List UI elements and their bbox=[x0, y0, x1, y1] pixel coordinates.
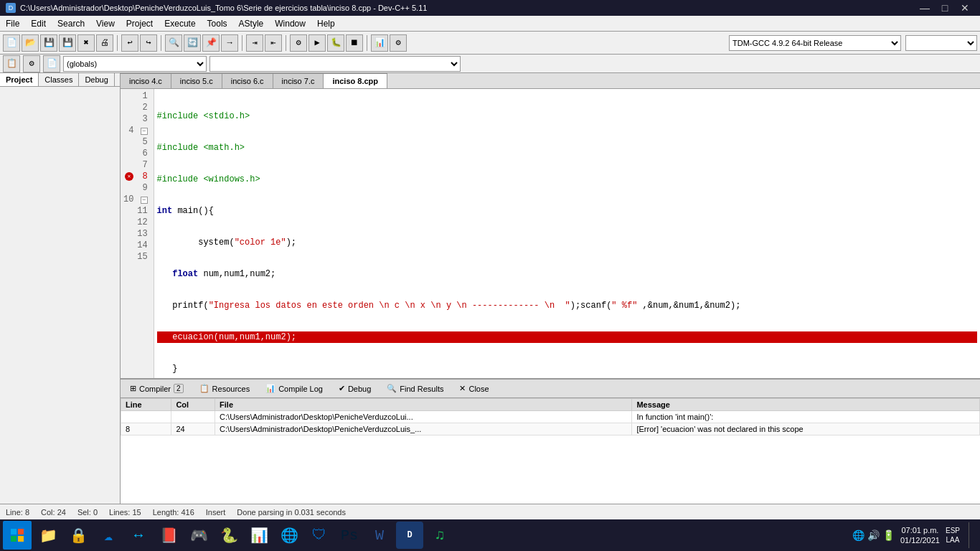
code-line-4: int main(){ bbox=[157, 205, 977, 217]
indent-button[interactable]: ⇥ bbox=[246, 34, 263, 52]
err-line-2: 8 bbox=[121, 423, 171, 435]
time: 07:01 p.m. bbox=[900, 525, 940, 535]
save-button[interactable]: 💾 bbox=[40, 34, 57, 52]
taskbar-snake[interactable]: 🐍 bbox=[215, 522, 242, 549]
taskbar: 📁 🔒 ☁ ↔ 📕 🎮 🐍 📊 🌐 🛡 Ps W D ♫ 🌐 🔊 🔋 07:01… bbox=[0, 519, 980, 551]
close-button[interactable]: ✕ bbox=[956, 0, 974, 16]
code-line-3: #include <windows.h> bbox=[157, 174, 977, 185]
tab-inciso6[interactable]: inciso 6.c bbox=[222, 73, 273, 88]
status-length: Length: 416 bbox=[153, 508, 194, 517]
run-button[interactable]: ▶ bbox=[308, 34, 326, 52]
taskbar-word[interactable]: W bbox=[366, 522, 393, 549]
scope-select[interactable]: (globals) bbox=[63, 56, 207, 72]
taskbar-security[interactable]: 🔒 bbox=[65, 522, 92, 549]
menu-tools[interactable]: Tools bbox=[202, 16, 233, 32]
compiler-select[interactable]: TDM-GCC 4.9.2 64-bit Release bbox=[729, 35, 901, 51]
tb2-btn2[interactable]: ⚙ bbox=[23, 55, 40, 72]
code-line-8: ecuacion(num,num1,num2); bbox=[157, 331, 977, 343]
left-tab-project[interactable]: Project bbox=[0, 73, 39, 86]
new-button[interactable]: 📄 bbox=[3, 34, 20, 52]
compile-button[interactable]: ⚙ bbox=[290, 34, 307, 52]
bottom-panel: ⊞ Compiler 2 📋 Resources 📊 Compile Log ✔ bbox=[121, 378, 980, 504]
config-select[interactable] bbox=[905, 35, 977, 51]
code-line-5: system("color 1e"); bbox=[157, 237, 977, 248]
taskbar-onedrive[interactable]: ☁ bbox=[95, 522, 122, 549]
unindent-button[interactable]: ⇤ bbox=[265, 34, 282, 52]
line-num-15: 15 bbox=[123, 251, 151, 263]
menu-window[interactable]: Window bbox=[269, 16, 311, 32]
editor[interactable]: 1 2 3 4 − 5 6 7 ✕ 8 9 10 − 11 12 13 bbox=[121, 89, 980, 378]
table-row: 8 24 C:\Users\Administrador\Desktop\Peni… bbox=[121, 423, 980, 435]
maximize-button[interactable]: □ bbox=[936, 0, 954, 16]
taskbar-arrow[interactable]: ↔ bbox=[125, 522, 152, 549]
date: 01/12/2021 bbox=[900, 535, 940, 545]
bottom-tab-close[interactable]: ✕ Close bbox=[453, 382, 495, 395]
show-desktop[interactable] bbox=[969, 522, 971, 548]
taskbar-chrome[interactable]: 🌐 bbox=[275, 522, 303, 549]
network-icon[interactable]: 🌐 bbox=[852, 529, 864, 541]
battery-icon[interactable]: 🔋 bbox=[882, 529, 895, 541]
line-num-2: 2 bbox=[123, 102, 151, 113]
menu-help[interactable]: Help bbox=[311, 16, 341, 32]
taskbar-explorer[interactable]: 📁 bbox=[34, 522, 62, 549]
tb2-btn3[interactable]: 📄 bbox=[43, 55, 60, 72]
collapse-10[interactable]: − bbox=[141, 197, 148, 204]
code-content[interactable]: #include <stdio.h> #include <math.h> #in… bbox=[154, 89, 980, 378]
tb2-btn1[interactable]: 📋 bbox=[3, 55, 20, 72]
redo-button[interactable]: ↪ bbox=[140, 34, 157, 52]
func-select[interactable] bbox=[209, 56, 461, 72]
bottom-tab-compilelog[interactable]: 📊 Compile Log bbox=[259, 382, 329, 395]
menu-edit[interactable]: Edit bbox=[25, 16, 52, 32]
line-num-9: 9 bbox=[123, 182, 151, 194]
close-file-button[interactable]: ✖ bbox=[77, 34, 95, 52]
left-tab-debug[interactable]: Debug bbox=[79, 73, 114, 86]
err-col-1 bbox=[171, 411, 215, 423]
svg-rect-0 bbox=[11, 529, 17, 534]
menu-view[interactable]: View bbox=[90, 16, 121, 32]
menu-astyle[interactable]: AStyle bbox=[233, 16, 270, 32]
separator5 bbox=[367, 35, 367, 51]
menu-execute[interactable]: Execute bbox=[159, 16, 201, 32]
undo-button[interactable]: ↩ bbox=[121, 34, 138, 52]
clock[interactable]: 07:01 p.m. 01/12/2021 bbox=[900, 525, 940, 546]
menu-project[interactable]: Project bbox=[121, 16, 159, 32]
find-button[interactable]: 🔍 bbox=[165, 34, 182, 52]
menu-search[interactable]: Search bbox=[52, 16, 90, 32]
bottom-tab-debug[interactable]: ✔ Debug bbox=[332, 382, 377, 395]
settings-button[interactable]: ⚙ bbox=[390, 34, 407, 52]
taskbar-devcpp[interactable]: D bbox=[396, 522, 423, 549]
collapse-4[interactable]: − bbox=[141, 128, 148, 135]
bottom-tab-resources[interactable]: 📋 Resources bbox=[193, 382, 257, 395]
line-num-5: 5 bbox=[123, 136, 151, 148]
open-button[interactable]: 📂 bbox=[22, 34, 39, 52]
taskbar-uplay[interactable]: 🎮 bbox=[185, 522, 212, 549]
chart-button[interactable]: 📊 bbox=[371, 34, 388, 52]
bookmark-button[interactable]: 📌 bbox=[202, 34, 220, 52]
tab-inciso7[interactable]: inciso 7.c bbox=[273, 73, 324, 88]
tab-inciso8[interactable]: inciso 8.cpp bbox=[324, 73, 387, 88]
taskbar-acrobat[interactable]: 📕 bbox=[155, 522, 182, 549]
svg-rect-3 bbox=[18, 536, 24, 542]
tab-inciso5[interactable]: inciso 5.c bbox=[171, 73, 222, 88]
tab-inciso4[interactable]: inciso 4.c bbox=[121, 73, 171, 88]
taskbar-powerpoint[interactable]: 📊 bbox=[245, 522, 273, 549]
taskbar-photoshop[interactable]: Ps bbox=[336, 522, 363, 549]
taskbar-shield[interactable]: 🛡 bbox=[306, 522, 333, 549]
goto-button[interactable]: → bbox=[221, 34, 238, 52]
left-tab-classes[interactable]: Classes bbox=[39, 73, 79, 86]
locale-region: LAA bbox=[946, 535, 960, 545]
menu-file[interactable]: File bbox=[0, 16, 25, 32]
line-num-10: 10 − bbox=[123, 194, 151, 205]
save-all-button[interactable]: 💾 bbox=[59, 34, 76, 52]
minimize-button[interactable]: — bbox=[915, 0, 934, 16]
bottom-tab-findresults[interactable]: 🔍 Find Results bbox=[380, 382, 450, 395]
replace-button[interactable]: 🔄 bbox=[184, 34, 201, 52]
print-button[interactable]: 🖨 bbox=[96, 34, 113, 52]
bottom-tab-compiler[interactable]: ⊞ Compiler 2 bbox=[123, 382, 190, 395]
volume-icon[interactable]: 🔊 bbox=[867, 529, 880, 541]
stop-button[interactable]: ⏹ bbox=[346, 34, 363, 52]
taskbar-spotify[interactable]: ♫ bbox=[426, 522, 453, 549]
debug-button[interactable]: 🐛 bbox=[327, 34, 344, 52]
start-button[interactable] bbox=[3, 521, 32, 550]
debug-icon: ✔ bbox=[339, 384, 345, 393]
